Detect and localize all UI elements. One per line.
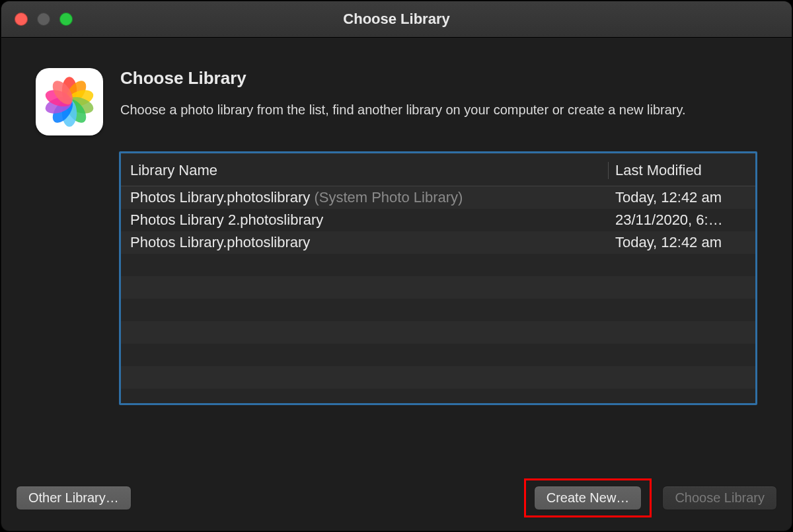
library-modified: Today, 12:42 am (609, 189, 746, 206)
dialog-description: Choose a photo library from the list, fi… (120, 100, 757, 119)
other-library-button[interactable]: Other Library… (16, 486, 132, 510)
create-new-button[interactable]: Create New… (534, 486, 642, 510)
library-name: Photos Library 2.photoslibrary (130, 211, 609, 229)
list-header: Library Name Last Modified (121, 153, 755, 186)
library-row[interactable]: Photos Library.photoslibrary (System Pho… (121, 186, 755, 209)
empty-row (121, 321, 755, 344)
library-name: Photos Library.photoslibrary (System Pho… (130, 189, 609, 206)
window-title: Choose Library (343, 11, 449, 28)
empty-row (121, 299, 755, 321)
column-header-modified[interactable]: Last Modified (608, 162, 746, 179)
empty-row (121, 276, 755, 299)
dialog-footer: Other Library… Create New… Choose Librar… (1, 478, 792, 517)
library-modified: 23/11/2020, 6:… (609, 211, 746, 229)
annotation-highlight: Create New… (524, 478, 652, 517)
choose-library-button[interactable]: Choose Library (662, 486, 777, 510)
column-header-name[interactable]: Library Name (130, 162, 604, 179)
empty-row (121, 389, 755, 403)
library-row[interactable]: Photos Library.photoslibraryToday, 12:42… (121, 231, 755, 254)
dialog-content: Choose Library Choose a photo library fr… (1, 38, 792, 405)
library-listbox[interactable]: Library Name Last Modified Photos Librar… (119, 151, 757, 405)
empty-row (121, 254, 755, 276)
window-controls (15, 13, 73, 26)
list-rows: Photos Library.photoslibrary (System Pho… (121, 186, 755, 403)
close-window-button[interactable] (15, 13, 28, 26)
library-row[interactable]: Photos Library 2.photoslibrary23/11/2020… (121, 209, 755, 231)
dialog-heading: Choose Library (120, 68, 757, 89)
choose-library-window: Choose Library Choose Library Choose a p… (1, 1, 792, 531)
titlebar: Choose Library (1, 1, 792, 38)
photos-app-icon (36, 68, 103, 135)
library-modified: Today, 12:42 am (609, 234, 746, 251)
minimize-window-button[interactable] (37, 13, 50, 26)
library-name: Photos Library.photoslibrary (130, 234, 609, 251)
empty-row (121, 366, 755, 389)
library-note: (System Photo Library) (314, 189, 463, 206)
maximize-window-button[interactable] (59, 13, 73, 26)
empty-row (121, 344, 755, 366)
